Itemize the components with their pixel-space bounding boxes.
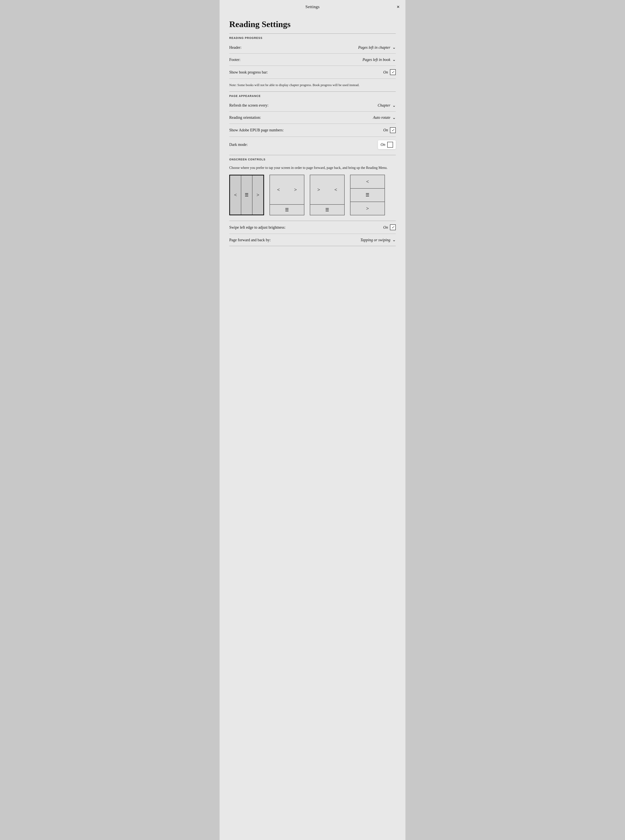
footer-setting-row: Footer: Pages left in book ⌄ [229,54,396,66]
epub-page-numbers-row: Show Adobe EPUB page numbers: On [229,124,396,137]
progress-bar-on-label: On [383,70,388,74]
header-value-container[interactable]: Pages left in chapter ⌄ [358,45,396,50]
dark-mode-label: Dark mode: [229,143,248,147]
progress-bar-label: Show book progress bar: [229,70,268,74]
layout2-forward-icon: > [294,187,297,193]
dark-mode-row: Dark mode: On [229,137,396,153]
reading-progress-label: READING PROGRESS [229,34,396,42]
swipe-brightness-value-container[interactable]: On [383,225,396,230]
orientation-value-container[interactable]: Auto rotate ⌄ [373,115,396,120]
footer-label: Footer: [229,57,241,62]
layout4-back-icon: < [350,175,384,188]
orientation-value: Auto rotate [373,115,390,120]
epub-page-numbers-checkbox[interactable] [390,127,396,133]
onscreen-controls-label: ONSCREEN CONTROLS [229,155,396,163]
layout2-arrows: < > [270,175,304,204]
layout-option-4[interactable]: < ☰ > [350,175,385,215]
page-forward-back-row: Page forward and back by: Tapping or swi… [229,234,396,246]
modal-title: Settings [305,4,319,9]
layout3-arrows: > < [310,175,344,204]
layout-option-3[interactable]: > < ☰ [310,175,345,215]
orientation-setting-row: Reading orientation: Auto rotate ⌄ [229,112,396,124]
refresh-value-container[interactable]: Chapter ⌄ [378,103,396,108]
layout2-menu-icon: ☰ [270,204,304,215]
onscreen-controls-section: ONSCREEN CONTROLS Choose where you prefe… [229,155,396,246]
header-label: Header: [229,45,241,50]
progress-bar-checkbox[interactable] [390,69,396,75]
footer-chevron-icon: ⌄ [392,57,396,62]
layout-options: < ☰ > < > ☰ [229,175,396,221]
page-forward-back-value-container[interactable]: Tapping or swiping ⌄ [360,237,396,242]
dark-mode-on-label: On [381,143,385,147]
layout2-back-icon: < [277,187,280,193]
page-appearance-section: PAGE APPEARANCE Refresh the screen every… [229,92,396,153]
header-chevron-icon: ⌄ [392,45,396,50]
swipe-brightness-row: Swipe left edge to adjust brightness: On [229,221,396,234]
refresh-setting-row: Refresh the screen every: Chapter ⌄ [229,99,396,112]
layout3-menu-icon: ☰ [310,204,344,215]
progress-bar-setting-row: Show book progress bar: On [229,66,396,79]
modal-header: Settings × [219,0,406,14]
layout-option-1[interactable]: < ☰ > [229,175,264,215]
close-button[interactable]: × [397,4,400,9]
layout4-forward-icon: > [350,202,384,215]
dark-mode-highlight[interactable]: On [378,140,396,149]
layout3-back-icon: < [334,187,337,193]
refresh-value: Chapter [378,103,390,108]
settings-modal: Settings × Reading Settings READING PROG… [219,0,406,840]
progress-bar-value-container[interactable]: On [383,69,396,75]
reading-progress-section: READING PROGRESS Header: Pages left in c… [229,34,396,91]
layout1-back-icon: < [230,192,241,198]
refresh-chevron-icon: ⌄ [392,103,396,108]
page-appearance-label: PAGE APPEARANCE [229,92,396,99]
layout4-menu-icon: ☰ [350,189,384,202]
page-forward-back-value: Tapping or swiping [360,238,390,242]
header-value: Pages left in chapter [358,45,390,50]
page-forward-back-chevron-icon: ⌄ [392,237,396,242]
layout1-menu-icon: ☰ [241,175,252,215]
progress-note-row: Note: Some books will not be able to dis… [229,79,396,91]
bottom-divider [229,246,396,246]
footer-value-container[interactable]: Pages left in book ⌄ [362,57,396,62]
layout3-forward-icon: > [317,187,320,193]
refresh-label: Refresh the screen every: [229,103,269,108]
settings-content: Reading Settings READING PROGRESS Header… [219,14,406,254]
dark-mode-checkbox[interactable] [387,142,393,147]
epub-page-numbers-value-container[interactable]: On [383,127,396,133]
dark-mode-value-container[interactable]: On [378,140,396,149]
layout1-forward-icon: > [252,192,263,198]
swipe-brightness-label: Swipe left edge to adjust brightness: [229,225,286,229]
layout-option-2[interactable]: < > ☰ [269,175,305,215]
progress-note: Note: Some books will not be able to dis… [229,80,359,88]
epub-page-numbers-on-label: On [383,128,388,132]
epub-page-numbers-label: Show Adobe EPUB page numbers: [229,128,284,132]
footer-value: Pages left in book [362,57,390,62]
page-forward-back-label: Page forward and back by: [229,238,271,242]
swipe-brightness-checkbox[interactable] [390,225,396,230]
onscreen-controls-description: Choose where you prefer to tap your scre… [229,163,396,175]
orientation-label: Reading orientation: [229,115,261,120]
page-heading: Reading Settings [229,19,396,29]
swipe-brightness-on-label: On [383,225,388,229]
header-setting-row: Header: Pages left in chapter ⌄ [229,42,396,54]
orientation-chevron-icon: ⌄ [392,115,396,120]
